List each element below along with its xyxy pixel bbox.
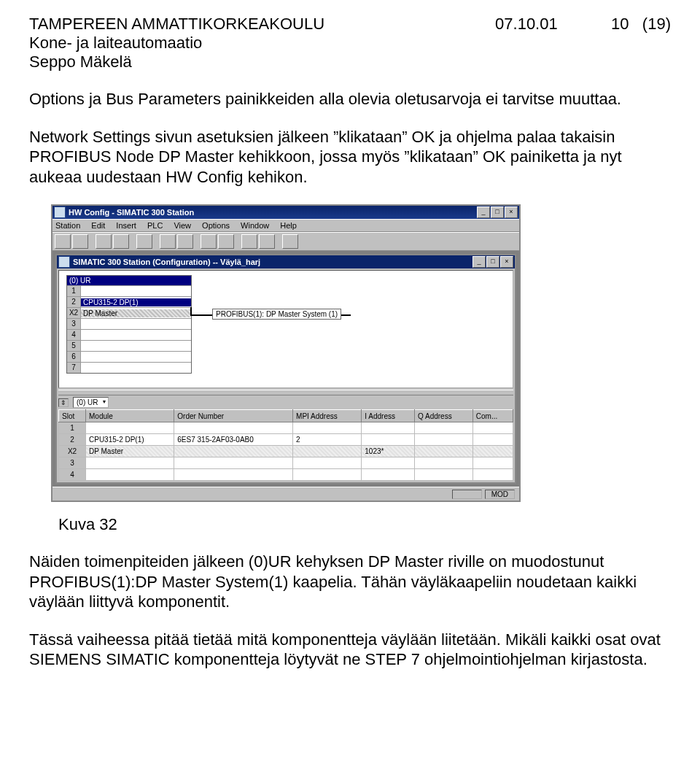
table-row[interactable]: 1 [59, 422, 513, 434]
table-cell [174, 446, 293, 457]
maximize-button[interactable]: □ [491, 206, 504, 218]
minimize-button[interactable]: _ [477, 206, 490, 218]
rack-row[interactable]: 5 [67, 340, 191, 351]
page-header: TAMPEREEN AMMATTIKORKEAKOULU 07.10.01 10… [29, 15, 671, 34]
detail-table[interactable]: SlotModuleOrder NumberMPI AddressI Addre… [58, 409, 513, 481]
rack-row[interactable]: 3 [67, 318, 191, 329]
rack-row[interactable]: 2CPU315-2 DP(1) [67, 296, 191, 307]
column-header[interactable]: Com... [472, 410, 513, 422]
inner-maximize-button[interactable]: □ [486, 256, 499, 268]
combo-arrows-icon[interactable]: ⇕ [58, 398, 69, 407]
status-cell [452, 490, 481, 499]
table-row[interactable]: 2CPU315-2 DP(1)6ES7 315-2AF03-0AB02 [59, 434, 513, 446]
table-cell: DP Master [86, 446, 174, 457]
paragraph-3: Näiden toimenpiteiden jälkeen (0)UR kehy… [29, 552, 671, 612]
table-cell [414, 446, 472, 457]
outer-title: HW Config - SIMATIC 300 Station [69, 208, 477, 217]
table-row[interactable]: 4 [59, 469, 513, 481]
table-cell [362, 422, 415, 434]
rack-slot-number: 7 [67, 363, 81, 373]
rack-table[interactable]: (0) UR 12CPU315-2 DP(1)X2DP Master34567 [66, 275, 192, 374]
column-header[interactable]: MPI Address [293, 410, 362, 422]
table-cell: 1 [59, 422, 86, 434]
header-right: 07.10.01 10 (19) [495, 15, 671, 34]
column-header[interactable]: Order Number [174, 410, 293, 422]
table-cell [174, 457, 293, 469]
inner-title: SIMATIC 300 Station (Configuration) -- V… [73, 258, 472, 266]
menu-station[interactable]: Station [55, 221, 80, 230]
toolbar-button[interactable] [241, 234, 257, 249]
table-cell [86, 469, 174, 481]
rack-row[interactable]: 4 [67, 329, 191, 340]
toolbar-button[interactable] [259, 234, 275, 249]
rack-title: (0) UR [67, 276, 191, 285]
rack-canvas[interactable]: (0) UR 12CPU315-2 DP(1)X2DP Master34567 … [58, 270, 513, 388]
toolbar-button[interactable] [72, 234, 88, 249]
toolbar-button[interactable] [136, 234, 152, 249]
toolbar-button[interactable] [160, 234, 176, 249]
outer-titlebar: HW Config - SIMATIC 300 Station _ □ × [52, 206, 519, 219]
menubar: Station Edit Insert PLC View Options Win… [52, 219, 519, 232]
table-cell [293, 422, 362, 434]
institution: TAMPEREEN AMMATTIKORKEAKOULU [29, 15, 324, 34]
table-cell [472, 434, 513, 446]
table-cell [174, 469, 293, 481]
column-header[interactable]: Module [86, 410, 174, 422]
menu-edit[interactable]: Edit [91, 221, 105, 230]
inner-close-button[interactable]: × [500, 256, 513, 268]
rack-row[interactable]: 6 [67, 351, 191, 362]
table-cell: 6ES7 315-2AF03-0AB0 [174, 434, 293, 446]
toolbar-button[interactable] [282, 234, 298, 249]
table-cell: 2 [59, 434, 86, 446]
rack-slot-number: 5 [67, 341, 81, 351]
hwconfig-screenshot: HW Config - SIMATIC 300 Station _ □ × St… [51, 204, 521, 502]
toolbar-button[interactable] [55, 234, 71, 249]
toolbar [52, 232, 519, 251]
table-cell: 3 [59, 457, 86, 469]
table-cell: CPU315-2 DP(1) [86, 434, 174, 446]
table-cell [86, 422, 174, 434]
table-cell [414, 469, 472, 481]
table-cell: 4 [59, 469, 86, 481]
rack-row[interactable]: X2DP Master [67, 307, 191, 318]
table-cell [362, 457, 415, 469]
toolbar-button[interactable] [201, 234, 217, 249]
column-header[interactable]: I Address [362, 410, 415, 422]
table-cell [472, 446, 513, 457]
menu-plc[interactable]: PLC [147, 221, 163, 230]
table-cell [414, 422, 472, 434]
table-cell [414, 457, 472, 469]
rack-row[interactable]: 7 [67, 362, 191, 373]
table-cell [174, 422, 293, 434]
table-cell [293, 457, 362, 469]
table-cell [414, 434, 472, 446]
table-row[interactable]: 3 [59, 457, 513, 469]
author: Seppo Mäkelä [29, 53, 671, 72]
toolbar-button[interactable] [177, 234, 193, 249]
toolbar-button[interactable] [218, 234, 234, 249]
column-header[interactable]: Slot [59, 410, 86, 422]
rack-slot-number: 3 [67, 319, 81, 329]
menu-options[interactable]: Options [202, 221, 230, 230]
menu-help[interactable]: Help [280, 221, 297, 230]
toolbar-button[interactable] [113, 234, 129, 249]
table-cell [472, 457, 513, 469]
table-row[interactable]: X2DP Master1023* [59, 446, 513, 457]
table-cell [472, 422, 513, 434]
menu-window[interactable]: Window [241, 221, 269, 230]
table-cell: 2 [293, 434, 362, 446]
menu-view[interactable]: View [174, 221, 191, 230]
splitter[interactable] [58, 390, 513, 395]
menu-insert[interactable]: Insert [116, 221, 136, 230]
statusbar: MOD [52, 487, 519, 501]
inner-minimize-button[interactable]: _ [472, 256, 486, 268]
inner-icon [58, 256, 70, 268]
close-button[interactable]: × [505, 206, 518, 218]
toolbar-button[interactable] [96, 234, 112, 249]
rack-combo-value[interactable]: (0) UR [73, 397, 109, 408]
rack-row[interactable]: 1 [67, 285, 191, 296]
bus-label[interactable]: PROFIBUS(1): DP Master System (1) [212, 309, 341, 320]
rack-slot-number: 4 [67, 330, 81, 340]
column-header[interactable]: Q Address [414, 410, 472, 422]
table-cell: X2 [59, 446, 86, 457]
